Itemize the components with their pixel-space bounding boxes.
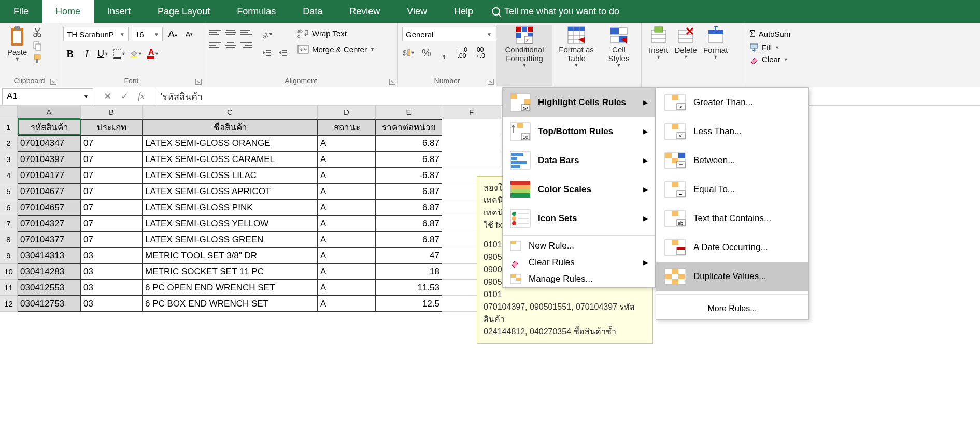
cell[interactable]: 030414283 — [18, 264, 81, 280]
font-name-combo[interactable]: TH SarabunP▼ — [63, 27, 129, 41]
fill-color-button[interactable]: ▼ — [130, 47, 143, 61]
tell-me[interactable]: Tell me what you want to do — [492, 6, 619, 17]
sub-date-occurring[interactable]: A Date Occurring... — [656, 233, 808, 262]
cell[interactable]: A — [318, 167, 376, 183]
accounting-button[interactable]: $▼ — [402, 46, 416, 60]
cell-styles-button[interactable]: Cell Styles▼ — [600, 25, 637, 86]
decrease-decimal-button[interactable]: .00→.0 — [473, 46, 486, 60]
cell[interactable]: 12.5 — [376, 296, 442, 312]
cf-top-bottom[interactable]: 10 Top/Bottom Rules▶ — [503, 117, 655, 146]
cell[interactable]: 6.87 — [376, 215, 442, 231]
cell[interactable]: 6.87 — [376, 231, 442, 247]
cell[interactable]: 6 PC OPEN END WRENCH SET — [143, 280, 318, 296]
delete-button[interactable]: Delete▼ — [672, 25, 700, 86]
cell[interactable]: A — [318, 135, 376, 151]
cell[interactable]: LATEX SEMI-GLOSS PINK — [143, 199, 318, 215]
cell[interactable]: 070104377 — [18, 231, 81, 247]
cf-color-scales[interactable]: Color Scales▶ — [503, 175, 655, 204]
row-header[interactable]: 8 — [0, 231, 18, 247]
cell[interactable]: 030412753 — [18, 296, 81, 312]
cut-icon[interactable] — [32, 27, 42, 37]
cell[interactable]: A — [318, 183, 376, 199]
number-format-combo[interactable]: General▼ — [402, 27, 495, 41]
row-header[interactable]: 7 — [0, 215, 18, 231]
format-button[interactable]: Format▼ — [700, 25, 731, 86]
cf-highlight-cells[interactable]: ≦› Highlight Cells Rules▶ — [503, 88, 655, 117]
align-bottom-button[interactable] — [239, 27, 253, 38]
font-launcher[interactable]: ⬊ — [195, 79, 202, 85]
cell[interactable]: A — [318, 296, 376, 312]
insert-button[interactable]: Insert▼ — [646, 25, 672, 86]
cell[interactable]: METRIC SOCKET SET 11 PC — [143, 264, 318, 280]
cell[interactable]: 070104347 — [18, 135, 81, 151]
cell[interactable] — [442, 151, 501, 167]
cell[interactable]: A — [318, 151, 376, 167]
sub-more-rules[interactable]: More Rules... — [656, 298, 808, 319]
sub-duplicate-values[interactable]: Duplicate Values... — [656, 262, 808, 291]
cell[interactable]: 07 — [81, 231, 143, 247]
format-as-table-button[interactable]: Format as Table▼ — [552, 25, 600, 86]
cell[interactable]: LATEX SEMI-GLOSS YELLOW — [143, 215, 318, 231]
cell[interactable]: LATEX SEMI-GLOSS LILAC — [143, 167, 318, 183]
cell[interactable]: A — [318, 264, 376, 280]
font-size-combo[interactable]: 16▼ — [132, 27, 163, 41]
orientation-button[interactable]: ab▼ — [260, 27, 274, 41]
cell[interactable] — [442, 119, 501, 135]
cell[interactable]: 07 — [81, 199, 143, 215]
cell[interactable]: 030414313 — [18, 247, 81, 264]
cell[interactable]: 6.87 — [376, 183, 442, 199]
cell[interactable]: 07 — [81, 167, 143, 183]
col-header-B[interactable]: B — [81, 106, 143, 119]
wrap-text-button[interactable]: abc Wrap Text — [295, 27, 377, 39]
number-launcher[interactable]: ⬊ — [488, 79, 494, 85]
percent-button[interactable]: % — [420, 46, 433, 60]
cell[interactable]: 070104397 — [18, 151, 81, 167]
cell[interactable]: A — [318, 231, 376, 247]
cancel-formula-icon[interactable]: ✕ — [104, 91, 111, 102]
cell[interactable]: 070104657 — [18, 199, 81, 215]
align-left-button[interactable] — [208, 39, 222, 51]
cf-new-rule[interactable]: New Rule... — [503, 238, 655, 254]
cell[interactable]: 07 — [81, 215, 143, 231]
clear-button[interactable]: Clear ▼ — [747, 54, 806, 65]
increase-decimal-button[interactable]: ←.0.00 — [455, 46, 468, 60]
col-header-C[interactable]: C — [143, 106, 318, 119]
cell[interactable]: METRIC TOOL SET 3/8" DR — [143, 247, 318, 264]
bold-button[interactable]: B — [63, 47, 77, 61]
cell[interactable] — [442, 135, 501, 151]
cell[interactable]: 6.87 — [376, 151, 442, 167]
copy-icon[interactable] — [32, 40, 42, 51]
comma-button[interactable]: , — [437, 46, 451, 60]
cell[interactable]: LATEX SEMI-GLOSS APRICOT — [143, 183, 318, 199]
underline-button[interactable]: U ▼ — [96, 47, 110, 61]
sub-text-contains[interactable]: ab Text that Contains... — [656, 204, 808, 233]
sub-less-than[interactable]: < Less Than... — [656, 117, 808, 146]
cell[interactable]: 03 — [81, 296, 143, 312]
row-header[interactable]: 4 — [0, 167, 18, 183]
fill-button[interactable]: Fill ▼ — [747, 42, 806, 53]
col-header-A[interactable]: A — [18, 106, 81, 119]
cell[interactable]: 070104177 — [18, 167, 81, 183]
border-button[interactable]: ▼ — [113, 47, 126, 61]
cell[interactable]: สถานะ — [318, 119, 376, 135]
cell[interactable]: 030412553 — [18, 280, 81, 296]
row-header[interactable]: 6 — [0, 199, 18, 215]
cell[interactable]: 07 — [81, 183, 143, 199]
format-painter-icon[interactable] — [32, 54, 42, 64]
sub-between[interactable]: Between... — [656, 146, 808, 175]
cell[interactable]: 03 — [81, 247, 143, 264]
cell[interactable]: A — [318, 280, 376, 296]
cell[interactable]: ราคาต่อหน่วย — [376, 119, 442, 135]
row-header[interactable]: 3 — [0, 151, 18, 167]
cell[interactable]: LATEX SEMI-GLOSS CARAMEL — [143, 151, 318, 167]
cell[interactable]: 07 — [81, 135, 143, 151]
sub-greater-than[interactable]: > Greater Than... — [656, 88, 808, 117]
cell[interactable]: LATEX SEMI-GLOSS GREEN — [143, 231, 318, 247]
cell[interactable]: 03 — [81, 264, 143, 280]
name-box[interactable]: A1▼ — [2, 88, 93, 105]
increase-indent-button[interactable] — [276, 46, 289, 60]
align-center-button[interactable] — [224, 39, 237, 51]
row-header[interactable]: 10 — [0, 264, 18, 280]
col-header-F[interactable]: F — [442, 106, 501, 119]
conditional-formatting-button[interactable]: ≠ Conditional Formatting▼ — [496, 25, 552, 86]
